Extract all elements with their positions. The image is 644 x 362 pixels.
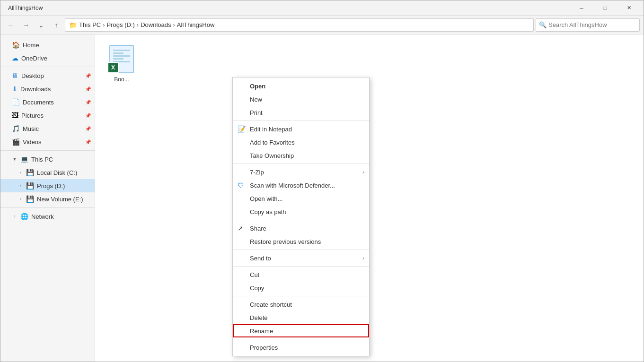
breadcrumb-downloads[interactable]: Downloads xyxy=(141,21,171,28)
network-icon: 🌐 xyxy=(20,213,28,220)
sidebar-item-videos[interactable]: 🎬 Videos 📌 xyxy=(0,135,95,148)
doc-line-2 xyxy=(113,52,124,54)
ctx-sep-3 xyxy=(233,220,369,220)
ctx-openwith[interactable]: Open with... xyxy=(233,192,369,205)
ctx-copypath[interactable]: Copy as path xyxy=(233,205,369,218)
ctx-editnotepad[interactable]: 📝 Edit in Notepad xyxy=(233,122,369,136)
ctx-properties[interactable]: Properties xyxy=(233,341,369,354)
expand-newe[interactable]: › xyxy=(18,196,23,202)
ctx-zip-label: 7-Zip xyxy=(250,169,264,176)
sidebar-label-localc: Local Disk (C:) xyxy=(37,169,91,176)
folder-icon: 📁 xyxy=(69,21,77,29)
address-bar[interactable]: 📁 This PC › Progs (D:) › Downloads › All… xyxy=(65,18,534,32)
ctx-restore-label: Restore previous versions xyxy=(250,238,321,245)
defender-icon: 🛡 xyxy=(238,181,244,189)
onedrive-icon: ☁ xyxy=(12,54,18,62)
notepad-icon: 📝 xyxy=(238,125,246,133)
file-item-boo[interactable]: X Boo... xyxy=(103,42,141,85)
sidebar-item-downloads[interactable]: ⬇ Downloads 📌 xyxy=(0,82,95,95)
share-icon: ↗ xyxy=(238,224,243,232)
expand-thispc[interactable]: ▼ xyxy=(12,156,18,162)
ctx-defender-label: Scan with Microsoft Defender... xyxy=(250,182,335,189)
ctx-sendto[interactable]: Send to › xyxy=(233,251,369,265)
sidebar-item-home[interactable]: 🏠 Home xyxy=(0,38,95,52)
doc-line-3 xyxy=(113,55,130,57)
ctx-addfav-label: Add to Favorites xyxy=(250,139,295,146)
ctx-rename[interactable]: Rename xyxy=(233,324,369,337)
sidebar-item-network[interactable]: › 🌐 Network xyxy=(0,210,95,223)
expand-progsd[interactable]: › xyxy=(18,183,23,189)
sidebar-item-documents[interactable]: 📄 Documents 📌 xyxy=(0,95,95,109)
breadcrumb-allthingshow[interactable]: AllThingsHow xyxy=(177,21,214,28)
sidebar-item-localc[interactable]: › 💾 Local Disk (C:) xyxy=(0,166,95,179)
sidebar-label-documents: Documents xyxy=(23,99,82,106)
ctx-shortcut[interactable]: Create shortcut xyxy=(233,298,369,311)
back-button[interactable]: ← xyxy=(4,18,18,32)
sidebar-divider-2 xyxy=(0,150,95,151)
close-button[interactable]: ✕ xyxy=(618,0,640,16)
zip-arrow: › xyxy=(362,169,364,175)
ctx-share[interactable]: ↗ Share xyxy=(233,222,369,235)
pictures-icon: 🖼 xyxy=(12,112,18,119)
ctx-delete-label: Delete xyxy=(250,314,268,321)
sidebar-item-onedrive[interactable]: ☁ OneDrive xyxy=(0,52,95,65)
ctx-properties-label: Properties xyxy=(250,344,278,351)
ctx-addfav[interactable]: Add to Favorites xyxy=(233,136,369,149)
pin-icon-downloads: 📌 xyxy=(85,86,91,92)
ctx-print[interactable]: Print xyxy=(233,106,369,119)
ctx-shortcut-label: Create shortcut xyxy=(250,301,292,308)
sidebar: 🏠 Home ☁ OneDrive 🖥 Desktop 📌 ⬇ Download… xyxy=(0,34,95,362)
pin-icon-pictures: 📌 xyxy=(85,113,91,118)
ctx-sep-6 xyxy=(233,296,369,296)
sidebar-item-progsd[interactable]: › 💾 Progs (D:) xyxy=(0,179,95,192)
thispc-icon: 💻 xyxy=(20,155,28,163)
file-icon-image: X xyxy=(106,44,137,74)
recent-locations-button[interactable]: ⌄ xyxy=(35,18,48,32)
ctx-takeown[interactable]: Take Ownership xyxy=(233,149,369,162)
breadcrumb-thispc[interactable]: This PC xyxy=(79,21,101,28)
sidebar-label-desktop: Desktop xyxy=(21,72,82,79)
maximize-button[interactable]: □ xyxy=(594,0,616,16)
ctx-sep-2 xyxy=(233,164,369,164)
sidebar-label-videos: Videos xyxy=(23,138,82,146)
ctx-rename-label: Rename xyxy=(250,328,273,335)
breadcrumb: This PC › Progs (D:) › Downloads › AllTh… xyxy=(79,21,214,28)
content-area: X Boo... Open New Print 📝 Edit in Notepa… xyxy=(95,34,644,362)
ctx-sep-4 xyxy=(233,250,369,250)
desktop-icon: 🖥 xyxy=(12,72,18,79)
ctx-open[interactable]: Open xyxy=(233,79,369,93)
breadcrumb-progs[interactable]: Progs (D:) xyxy=(107,21,135,28)
ctx-delete[interactable]: Delete xyxy=(233,311,369,324)
ctx-copy-label: Copy xyxy=(250,284,264,292)
search-bar[interactable]: 🔍 xyxy=(536,18,640,32)
expand-network[interactable]: › xyxy=(12,214,18,219)
file-label: Boo... xyxy=(114,76,129,83)
minimize-button[interactable]: ─ xyxy=(571,0,592,16)
search-input[interactable] xyxy=(548,21,636,28)
sidebar-label-music: Music xyxy=(23,125,82,132)
sidebar-label-network: Network xyxy=(31,213,91,220)
sidebar-divider-3 xyxy=(0,207,95,208)
up-button[interactable]: ↑ xyxy=(50,18,63,32)
sidebar-item-pictures[interactable]: 🖼 Pictures 📌 xyxy=(0,109,95,122)
newe-icon: 💾 xyxy=(26,195,34,203)
ctx-copy[interactable]: Copy xyxy=(233,281,369,294)
expand-localc[interactable]: › xyxy=(18,170,23,175)
sidebar-item-thispc[interactable]: ▼ 💻 This PC xyxy=(0,153,95,166)
ctx-editnotepad-label: Edit in Notepad xyxy=(250,126,292,133)
ctx-restore[interactable]: Restore previous versions xyxy=(233,235,369,248)
videos-icon: 🎬 xyxy=(12,138,20,146)
ctx-cut[interactable]: Cut xyxy=(233,268,369,281)
home-icon: 🏠 xyxy=(12,41,20,49)
ctx-openwith-label: Open with... xyxy=(250,195,282,202)
main-area: 🏠 Home ☁ OneDrive 🖥 Desktop 📌 ⬇ Download… xyxy=(0,34,644,362)
sidebar-label-progsd: Progs (D:) xyxy=(37,182,91,190)
forward-button[interactable]: → xyxy=(19,18,33,32)
ctx-zip[interactable]: 7-Zip › xyxy=(233,165,369,179)
sidebar-item-music[interactable]: 🎵 Music 📌 xyxy=(0,122,95,135)
sidebar-item-desktop[interactable]: 🖥 Desktop 📌 xyxy=(0,69,95,82)
ctx-new[interactable]: New xyxy=(233,93,369,106)
ctx-defender[interactable]: 🛡 Scan with Microsoft Defender... xyxy=(233,179,369,192)
pin-icon-music: 📌 xyxy=(85,126,91,131)
sidebar-item-newe[interactable]: › 💾 New Volume (E:) xyxy=(0,192,95,206)
